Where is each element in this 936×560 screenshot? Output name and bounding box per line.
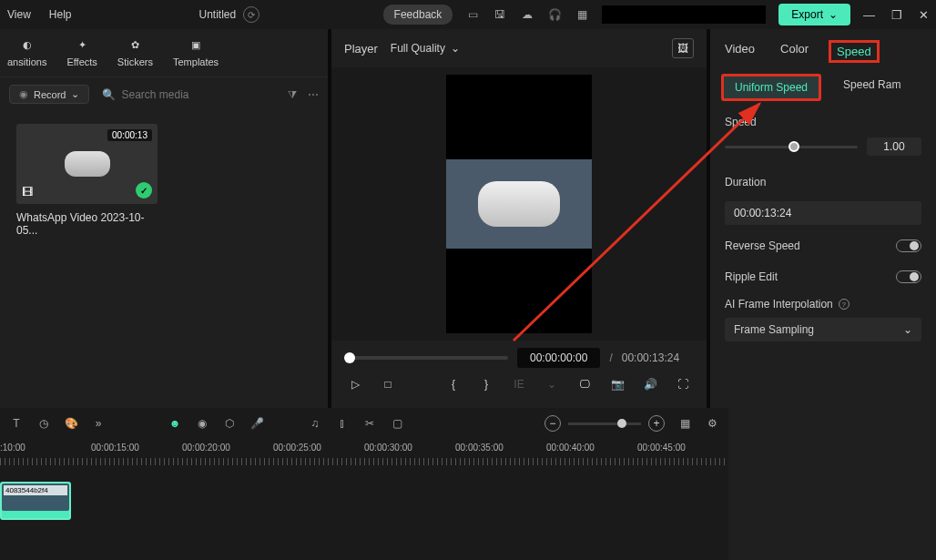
bracket-open-icon[interactable]: { <box>446 377 461 392</box>
shield-icon[interactable]: ⬡ <box>222 416 237 431</box>
align-icon[interactable]: ⫿ <box>335 416 350 431</box>
ruler-marks <box>0 458 728 465</box>
speed-sub-tabs: Uniform Speed Speed Ram <box>710 70 936 110</box>
search-icon: 🔍 <box>102 88 116 101</box>
media-panel: ◐ ansitions ✦ Effects ✿ Stickers ▣ Templ… <box>0 29 328 408</box>
maximize-button[interactable]: ❐ <box>891 8 902 22</box>
save-icon[interactable]: 🖫 <box>493 7 507 22</box>
settings-icon[interactable]: ⚙ <box>705 416 719 431</box>
timeline-ruler[interactable]: :10:00 00:00:15:00 00:00:20:00 00:00:25:… <box>0 439 728 456</box>
grid-toggle-icon[interactable]: ▦ <box>677 416 692 431</box>
tab-color[interactable]: Color <box>780 42 809 61</box>
tab-templates[interactable]: ▣ Templates <box>173 36 219 67</box>
mic-icon[interactable]: 🎤 <box>249 416 264 431</box>
search-box: 🔍 <box>97 86 280 104</box>
player-bar: Player Full Quality ⌄ 🖼 <box>331 29 707 67</box>
info-icon[interactable]: ? <box>839 299 850 310</box>
avatar-icon[interactable]: ☻ <box>168 416 182 431</box>
volume-icon[interactable]: 🔊 <box>643 377 657 392</box>
project-title: Untitled <box>198 8 236 21</box>
menu-view[interactable]: View <box>7 8 31 21</box>
speed-slider[interactable] <box>725 146 858 148</box>
tab-stickers[interactable]: ✿ Stickers <box>117 36 153 67</box>
bracket-close-icon[interactable]: } <box>479 377 493 392</box>
film-icon: 🎞 <box>22 186 33 199</box>
palette-icon[interactable]: 🎨 <box>64 416 78 431</box>
chevron-down-icon: ⌄ <box>903 323 912 336</box>
timer-icon[interactable]: ◷ <box>36 416 51 431</box>
export-button[interactable]: Export⌄ <box>778 4 850 25</box>
speed-value[interactable]: 1.00 <box>867 137 921 156</box>
snapshot-icon[interactable]: 🖼 <box>672 38 694 58</box>
feedback-button[interactable]: Feedback <box>383 5 453 25</box>
speed-section: Speed 1.00 <box>710 110 936 161</box>
tab-transitions[interactable]: ◐ ansitions <box>7 36 46 67</box>
tab-effects[interactable]: ✦ Effects <box>66 36 97 67</box>
record-dot-icon: ◉ <box>19 88 28 100</box>
reverse-speed-row: Reverse Speed <box>710 230 936 261</box>
quality-select[interactable]: Full Quality ⌄ <box>391 42 460 55</box>
ie-icon[interactable]: IE <box>512 377 526 392</box>
zoom-slider[interactable] <box>568 423 641 425</box>
cloud-sync-icon[interactable]: ⟳ <box>243 6 259 23</box>
preview-panel: Player Full Quality ⌄ 🖼 00:00:00:00 / 00… <box>331 29 707 408</box>
ripple-edit-row: Ripple Edit <box>710 261 936 292</box>
properties-panel: Video Color Speed Uniform Speed Speed Ra… <box>710 29 936 408</box>
cut-icon[interactable]: ✂ <box>362 416 377 431</box>
cloud-upload-icon[interactable]: ☁ <box>520 7 534 22</box>
fullscreen-icon[interactable]: ⛶ <box>676 377 690 392</box>
current-time: 00:00:00:00 <box>517 348 600 368</box>
stop-button[interactable]: □ <box>381 377 395 392</box>
chevron-down-icon[interactable]: ⌄ <box>544 377 559 392</box>
zoom-out-button[interactable]: − <box>544 415 561 432</box>
sub-tab-speed-ramp[interactable]: Speed Ram <box>832 74 911 101</box>
duration-input[interactable] <box>725 201 921 225</box>
video-clip[interactable]: 4083544b2f4 <box>0 482 71 520</box>
filter-icon[interactable]: ⧩ <box>288 88 297 101</box>
sub-tab-uniform-speed[interactable]: Uniform Speed <box>721 74 821 101</box>
playback-bar: 00:00:00:00 / 00:00:13:24 ▷ □ { } IE ⌄ 🖵… <box>331 341 707 408</box>
timeline: T ◷ 🎨 » ☻ ◉ ⬡ 🎤 ♫ ⫿ ✂ ▢ − + ▦ ⚙ :10:00 <box>0 408 936 560</box>
ai-interpolation-label: AI Frame Interpolation <box>725 298 833 311</box>
more-icon[interactable]: ⋯ <box>308 88 319 101</box>
monitor-icon[interactable]: ▭ <box>465 7 480 22</box>
ripple-edit-label: Ripple Edit <box>725 270 778 283</box>
timeline-right-spacer <box>728 408 936 560</box>
minimize-button[interactable]: — <box>863 8 875 22</box>
ruler-tick: :10:00 <box>0 443 91 453</box>
stickers-icon: ✿ <box>127 36 143 53</box>
close-button[interactable]: ✕ <box>919 8 929 22</box>
record-button[interactable]: ◉ Record ⌄ <box>9 85 89 104</box>
preview-frame[interactable] <box>446 75 592 333</box>
thumb-duration: 00:00:13 <box>107 129 152 141</box>
zoom-in-button[interactable]: + <box>648 415 665 432</box>
transitions-icon: ◐ <box>19 36 36 53</box>
tab-video[interactable]: Video <box>725 42 755 61</box>
frame-sampling-select[interactable]: Frame Sampling ⌄ <box>725 318 921 341</box>
display-icon[interactable]: 🖵 <box>577 377 592 392</box>
time-separator: / <box>609 351 612 364</box>
properties-tabs: Video Color Speed <box>710 36 936 70</box>
timeline-tracks[interactable]: 4083544b2f4 <box>0 467 728 560</box>
player-label: Player <box>344 42 378 56</box>
ruler-tick: 00:00:40:00 <box>546 443 637 453</box>
search-input[interactable] <box>121 88 275 101</box>
more-tools-icon[interactable]: » <box>91 416 106 431</box>
duration-label: Duration <box>725 176 921 188</box>
total-time: 00:00:13:24 <box>622 351 679 364</box>
text-tool-icon[interactable]: T <box>9 416 24 431</box>
record-icon[interactable]: ◉ <box>195 416 209 431</box>
ripple-edit-toggle[interactable] <box>896 270 921 283</box>
reverse-speed-toggle[interactable] <box>896 239 921 252</box>
crop-icon[interactable]: ▢ <box>390 416 404 431</box>
headphones-icon[interactable]: 🎧 <box>547 7 562 22</box>
play-button[interactable]: ▷ <box>348 377 362 392</box>
playback-scrubber[interactable] <box>344 356 508 360</box>
camera-icon[interactable]: 📷 <box>610 377 625 392</box>
music-icon[interactable]: ♫ <box>308 416 322 431</box>
tab-speed[interactable]: Speed <box>829 40 880 63</box>
menu-help[interactable]: Help <box>49 8 72 21</box>
media-thumbnail[interactable]: 00:00:13 🎞 ✓ WhatsApp Video 2023-10-05..… <box>16 124 158 237</box>
ruler-tick: 00:00:30:00 <box>364 443 455 453</box>
grid-icon[interactable]: ▦ <box>575 7 589 22</box>
